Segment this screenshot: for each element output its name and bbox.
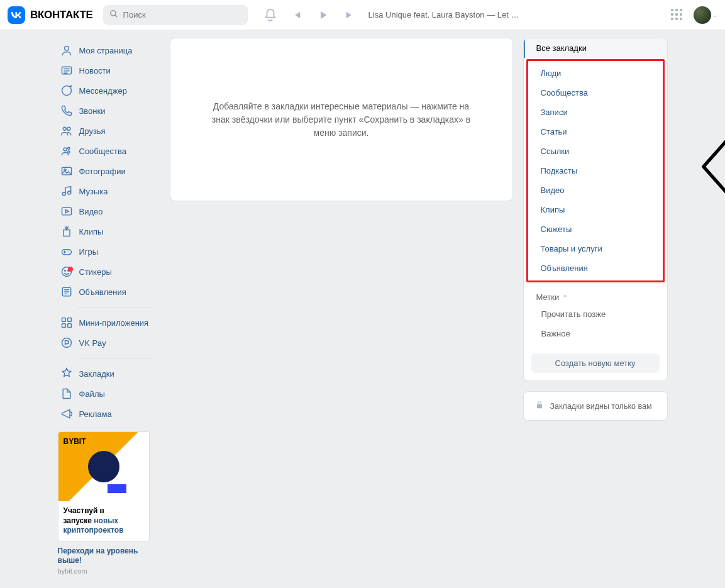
nav-item-adverts[interactable]: Реклама	[58, 404, 161, 424]
stickers-icon	[60, 265, 73, 278]
nav-item-miniapps[interactable]: Мини-приложения	[58, 313, 161, 333]
apps-grid-icon[interactable]	[671, 9, 683, 21]
ad-box[interactable]: BYBIT Участвуй в запуске новых криптопро…	[58, 431, 150, 541]
brand-text: ВКОНТАКТЕ	[30, 9, 93, 21]
nav-item-communities[interactable]: Сообщества	[58, 141, 161, 161]
nav-list-tertiary: ЗакладкиФайлыРеклама	[58, 363, 161, 424]
content-card: Добавляйте в закладки интересные материа…	[170, 38, 513, 201]
games-icon	[60, 245, 73, 258]
profile-menu[interactable]: ⌄	[694, 6, 717, 24]
svg-rect-21	[67, 324, 71, 328]
nav-item-friends[interactable]: Друзья	[58, 121, 161, 141]
next-track-icon[interactable]	[342, 8, 357, 23]
nav-item-ads[interactable]: Объявления	[58, 282, 161, 302]
visibility-text: Закладки видны только вам	[550, 402, 652, 411]
side-item-all[interactable]: Все закладки	[524, 38, 667, 58]
side-category[interactable]: Видео	[528, 180, 663, 200]
messenger-icon	[60, 84, 73, 97]
prev-track-icon[interactable]	[289, 8, 304, 23]
nav-item-news[interactable]: Новости	[58, 60, 161, 80]
header: ВКОНТАКТЕ Lisa Unique feat. Laura Baysto…	[0, 0, 725, 30]
files-icon	[60, 387, 73, 400]
nav-list-secondary: Мини-приложенияVK Pay	[58, 313, 161, 353]
ad-image: BYBIT	[58, 432, 149, 501]
svg-point-3	[63, 127, 66, 130]
nav-label: Игры	[79, 247, 99, 257]
adverts-icon	[60, 408, 73, 420]
nav-item-games[interactable]: Игры	[58, 241, 161, 262]
nav-item-music[interactable]: Музыка	[58, 181, 161, 201]
nav-label: Друзья	[79, 126, 106, 136]
left-sidebar: Моя страницаНовостиМессенджерЗвонкиДрузь…	[58, 38, 161, 588]
chevron-up-icon: ⌃	[563, 294, 568, 301]
svg-rect-18	[62, 318, 65, 322]
side-category[interactable]: Статьи	[528, 122, 663, 141]
svg-point-10	[62, 192, 65, 196]
play-icon[interactable]	[316, 8, 331, 23]
svg-point-5	[64, 148, 67, 151]
side-category[interactable]: Записи	[528, 103, 663, 122]
create-tag-button[interactable]: Создать новую метку	[531, 353, 660, 373]
search-input[interactable]	[123, 10, 241, 19]
svg-point-15	[64, 270, 65, 272]
nav-label: Объявления	[79, 287, 126, 297]
side-category[interactable]: Товары и услуги	[528, 239, 663, 258]
ad-subtitle[interactable]: Переходи на уровеньвыше!	[58, 546, 161, 566]
nav-label: Реклама	[79, 409, 112, 419]
calls-icon	[60, 104, 73, 117]
categories-card: Все закладки ЛюдиСообществаЗаписиСтатьиС…	[523, 38, 668, 381]
nav-item-calls[interactable]: Звонки	[58, 101, 161, 121]
nav-label: Моя страница	[79, 46, 133, 55]
nav-item-files[interactable]: Файлы	[58, 384, 161, 404]
arrow-annotation	[699, 119, 726, 216]
nav-label: Файлы	[79, 389, 105, 399]
nav-list-main: Моя страницаНовостиМессенджерЗвонкиДрузь…	[58, 40, 161, 302]
communities-icon	[60, 145, 73, 157]
miniapps-icon	[60, 316, 73, 329]
svg-point-11	[67, 191, 70, 194]
avatar	[694, 6, 711, 24]
search-box[interactable]	[103, 5, 248, 25]
nav-item-messenger[interactable]: Мессенджер	[58, 80, 161, 101]
nav-label: Фотографии	[79, 167, 126, 176]
nav-item-clips[interactable]: Клипы	[58, 221, 161, 241]
nav-item-vkpay[interactable]: VK Pay	[58, 333, 161, 353]
side-category[interactable]: Сюжеты	[528, 219, 663, 239]
tag-item[interactable]: Важное	[536, 324, 655, 343]
track-title[interactable]: Lisa Unique feat. Laura Bayston — Let …	[368, 10, 519, 19]
chevron-down-icon: ⌄	[712, 11, 717, 18]
profile-icon	[60, 44, 73, 57]
side-category[interactable]: Клипы	[528, 200, 663, 219]
svg-rect-19	[67, 318, 71, 322]
side-category[interactable]: Люди	[528, 64, 663, 83]
vk-logo-icon	[8, 6, 25, 24]
tags-header[interactable]: Метки ⌃	[536, 290, 655, 304]
svg-point-1	[64, 46, 69, 50]
music-icon	[60, 185, 73, 197]
tag-item[interactable]: Прочитать позже	[536, 304, 655, 324]
side-category[interactable]: Подкасты	[528, 161, 663, 180]
nav-divider-1	[58, 307, 161, 308]
clips-icon	[60, 225, 73, 238]
svg-point-0	[110, 11, 115, 16]
right-sidebar: Все закладки ЛюдиСообществаЗаписиСтатьиС…	[523, 38, 668, 421]
side-category[interactable]: Сообщества	[528, 83, 663, 103]
nav-item-profile[interactable]: Моя страница	[58, 40, 161, 60]
bookmarks-icon	[60, 367, 73, 380]
nav-label: Видео	[79, 207, 103, 216]
nav-item-bookmarks[interactable]: Закладки	[58, 363, 161, 384]
nav-label: Стикеры	[79, 267, 112, 277]
side-category[interactable]: Объявления	[528, 258, 663, 278]
nav-label: Новости	[79, 66, 111, 75]
search-icon	[109, 9, 118, 20]
logo-wrap[interactable]: ВКОНТАКТЕ	[8, 6, 93, 24]
svg-point-4	[67, 127, 70, 130]
nav-label: Мессенджер	[79, 86, 127, 96]
svg-rect-12	[62, 208, 71, 215]
nav-item-photos[interactable]: Фотографии	[58, 161, 161, 181]
notifications-icon[interactable]	[263, 8, 278, 23]
nav-item-stickers[interactable]: Стикеры	[58, 262, 161, 282]
side-category[interactable]: Ссылки	[528, 141, 663, 161]
nav-item-video[interactable]: Видео	[58, 201, 161, 221]
news-icon	[60, 64, 73, 77]
